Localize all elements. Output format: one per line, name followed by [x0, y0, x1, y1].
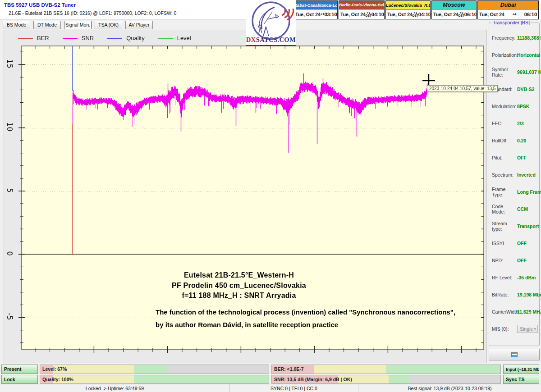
- transponder-field-bitrate: BitRate:19,198 Mbit/s: [489, 286, 539, 303]
- clock-time: 04:10: [418, 12, 431, 17]
- field-label: Frame Type:: [492, 187, 517, 197]
- field-value: CCM: [517, 206, 528, 212]
- meter-segment: [389, 375, 409, 383]
- status-sync-counters: SYNC 0 | TEI 0 | CC 0: [230, 384, 358, 392]
- clock-date: Tue, Oct 24: [433, 12, 458, 17]
- legend-item-level: Level: [158, 35, 191, 41]
- clock-date: Tue, Oct 24: [479, 12, 504, 17]
- meter-label: Quality: 100%: [42, 375, 73, 383]
- clock-city-label: Moscow: [432, 1, 476, 9]
- chart-legend: BERSNRQualityLevel: [18, 35, 191, 41]
- ts-list-icon: [511, 352, 518, 357]
- transponder-field-rf-level: RF Level:-35 dBm: [489, 269, 539, 286]
- meter-level: Level: 67%: [40, 365, 269, 374]
- mode-tabs: BS ModeDT ModeSignal Mon.TSA (OK)AV Play…: [3, 21, 153, 29]
- field-value: 8PSK: [517, 104, 529, 109]
- world-clocks: Rabat-Casablanca-LondonTue, Oct 24+103:1…: [293, 0, 539, 19]
- transponder-field-code-mode: Code Mode:CCM: [489, 201, 539, 218]
- chevron-down-icon: ▾: [534, 327, 536, 331]
- field-label: Polarization:: [492, 52, 517, 58]
- field-value: Inverted: [517, 172, 536, 178]
- annotation-line: Eutelsat 21B-21.5°E_Western-H: [113, 270, 365, 281]
- field-label: Stream type:: [492, 221, 517, 232]
- clock-utc-offset: +1DST: [413, 11, 418, 18]
- legend-label: BER: [37, 35, 49, 41]
- status-box-lock: Lock: [1, 375, 38, 384]
- status-box-sync-ts: Sync TS: [503, 375, 539, 384]
- mis-dropdown[interactable]: Single ▾: [517, 325, 538, 333]
- status-box-present: Present: [1, 365, 38, 374]
- field-value: OFF: [517, 155, 527, 160]
- field-value: Horizontal: [517, 52, 540, 58]
- clock-time: 06:10: [524, 12, 537, 17]
- y-axis-tick-label: -5: [5, 310, 14, 324]
- meter-segment: [409, 375, 500, 383]
- transponder-panel: Transponder [BS] Frequency:11188,368 MHz…: [489, 23, 540, 346]
- meter-label: Level: 67%: [42, 365, 67, 374]
- clock-berlin-paris-vienna-belgrade: Berlin-Paris-Vienna-BelgradeTue, Oct 24+…: [339, 0, 385, 19]
- transponder-field-symbol-rate: Symbol Rate:9691,037 KS/s: [489, 64, 539, 81]
- tab-dt-mode[interactable]: DT Mode: [33, 21, 61, 29]
- transponder-field-npd: NPD:OFF: [489, 252, 539, 269]
- transponder-field-issyi: ISSYIOFF: [489, 235, 539, 252]
- clock-time-row: Tue, Oct 24+1DST04:10: [339, 9, 384, 19]
- y-axis-tick-label: 10: [5, 120, 14, 134]
- chart-annotation-block: Eutelsat 21B-21.5°E_Western-H PF Prodeli…: [113, 270, 365, 301]
- tab-bs-mode[interactable]: BS Mode: [3, 21, 30, 29]
- meter-segment: [314, 365, 386, 374]
- clock-utc-offset: +4: [504, 13, 524, 16]
- satellite-dish-icon: DXSATCS.COM: [246, 0, 296, 45]
- annotation-line: by its author Roman Dávid, in satellite …: [156, 319, 462, 331]
- annotation-line: PF Prodelin 450 cm_Lucenec/Slovakia: [113, 281, 365, 291]
- y-axis-tick-label: 5: [5, 183, 14, 197]
- clock-city-label: Dubai: [478, 1, 538, 9]
- legend-line-icon: [158, 38, 173, 39]
- field-value: 2/3: [517, 121, 524, 126]
- y-axis-tick-label: 0: [5, 246, 14, 261]
- legend-label: Level: [177, 35, 191, 41]
- meter-label: BER: <1.0E-7: [274, 365, 304, 374]
- tab-tsa-ok[interactable]: TSA (OK): [95, 21, 122, 29]
- meter-segment: [168, 365, 269, 374]
- clock-dubai: DubaiTue, Oct 24+406:10: [477, 0, 539, 19]
- chart-annotation-paragraph: The function of the technological proces…: [156, 306, 462, 331]
- clock-time: 03:10: [324, 12, 337, 17]
- field-label: BitRate:: [492, 292, 517, 297]
- clock-time-row: Tue, Oct 24+406:10: [478, 9, 538, 19]
- meter-quality: Quality: 100%: [40, 375, 269, 384]
- field-value: OFF: [517, 241, 527, 246]
- field-value: Long Frame: [517, 189, 541, 195]
- clock-time-row: Tue, Oct 24+1DST04:10: [386, 9, 430, 19]
- meter-label: SNR: 13,5 dB (Margin: 6,9 dB | OK): [274, 375, 352, 383]
- chart-tooltip: 2023-10-24 04.10.57, value: 13,5: [427, 85, 498, 92]
- field-value: Transport: [517, 223, 539, 229]
- field-label: Frequency:: [492, 35, 517, 41]
- transponder-field-stream-type: Stream type:Transport: [489, 218, 539, 235]
- field-label: Code Mode:: [492, 204, 517, 214]
- tab-av-player[interactable]: AV Player: [125, 21, 153, 29]
- field-label: Modulation:: [492, 104, 517, 109]
- legend-label: Quality: [126, 35, 144, 41]
- meter-segment: [134, 375, 269, 383]
- field-value: 11188,368 MHz: [517, 35, 541, 41]
- field-label: CarrierWidth:: [492, 309, 517, 315]
- transponder-field-spectrum: Spectrum:Inverted: [489, 166, 539, 183]
- ts-capture-button[interactable]: [489, 349, 540, 360]
- meter-ber: BER: <1.0E-7: [271, 365, 501, 374]
- tuner-subtitle: 21.6E - Eutelsat 21B SES 16 (ID: 0216) @…: [9, 10, 176, 16]
- tab-signal-mon[interactable]: Signal Mon.: [64, 21, 92, 29]
- field-label: FEC:: [492, 121, 517, 126]
- field-value: 11,629 MHz: [517, 309, 541, 315]
- field-label: Pilot:: [492, 155, 517, 160]
- field-label: RF Level:: [492, 275, 517, 280]
- legend-line-icon: [63, 38, 78, 39]
- transponder-field-rolloff: RollOff:0.20: [489, 132, 539, 149]
- clock-utc-offset: +1: [321, 13, 325, 16]
- transponder-field-frequency: Frequency:11188,368 MHz: [489, 29, 539, 46]
- field-label: RollOff:: [492, 138, 517, 143]
- legend-label: SNR: [82, 35, 94, 41]
- transponder-field-pilot: Pilot:OFF: [489, 149, 539, 166]
- transponder-field-polarization: Polarization:Horizontal: [489, 46, 539, 64]
- field-value: DVB-S2: [517, 87, 535, 92]
- meter-segment: [386, 365, 500, 374]
